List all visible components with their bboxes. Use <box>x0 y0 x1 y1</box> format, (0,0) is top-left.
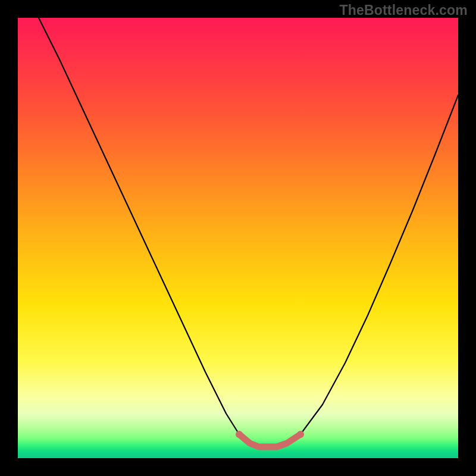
curve-layer <box>18 18 458 458</box>
highlight-end-right <box>297 431 304 438</box>
bottleneck-curve <box>39 18 458 447</box>
chart-frame: TheBottleneck.com <box>0 0 476 476</box>
highlight-end-left <box>236 431 243 438</box>
plot-area <box>18 18 458 458</box>
highlight-band <box>239 434 300 447</box>
watermark-label: TheBottleneck.com <box>339 2 468 18</box>
